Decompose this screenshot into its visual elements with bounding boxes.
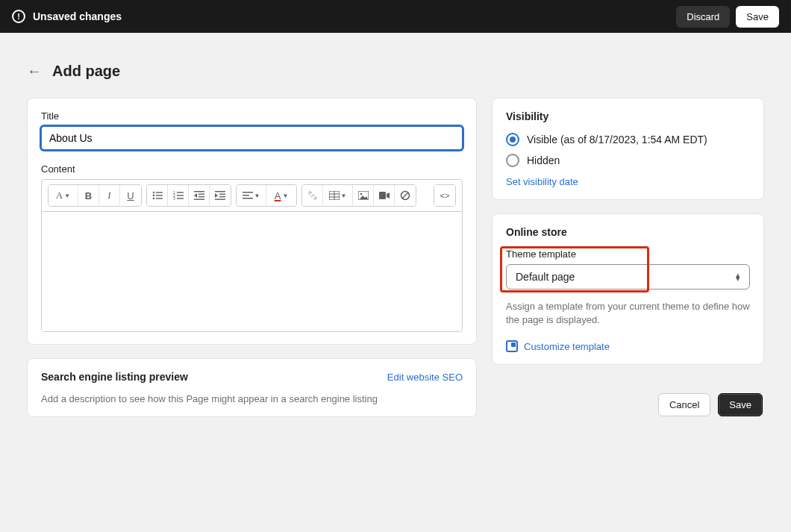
theme-template-select[interactable]: Default page ▴▾ <box>506 264 750 290</box>
cancel-button[interactable]: Cancel <box>658 393 710 416</box>
svg-point-0 <box>152 192 154 193</box>
clear-format-button[interactable] <box>395 185 416 206</box>
svg-rect-14 <box>198 196 204 197</box>
title-input[interactable] <box>41 126 463 150</box>
customize-template-link[interactable]: Customize template <box>506 340 750 352</box>
save-button-bottom[interactable]: Save <box>718 393 763 416</box>
video-button[interactable] <box>374 185 395 206</box>
save-button-top[interactable]: Save <box>736 6 779 28</box>
radio-unselected-icon <box>506 154 519 167</box>
title-field-label: Title <box>41 110 463 122</box>
unsaved-changes-label: Unsaved changes <box>33 10 122 22</box>
svg-rect-19 <box>219 196 225 197</box>
table-button[interactable]: ▼ <box>323 185 353 206</box>
content-field-label: Content <box>41 163 463 175</box>
svg-rect-32 <box>379 192 386 199</box>
footer-actions: Cancel Save <box>492 393 764 416</box>
svg-rect-15 <box>194 199 204 200</box>
outdent-button[interactable] <box>189 185 210 206</box>
svg-marker-33 <box>387 193 390 198</box>
svg-rect-11 <box>177 198 184 198</box>
link-button[interactable] <box>302 185 323 206</box>
svg-rect-13 <box>198 194 204 195</box>
svg-rect-9 <box>177 195 184 195</box>
discard-button[interactable]: Discard <box>676 6 730 28</box>
selected-template-value: Default page <box>516 271 575 283</box>
select-caret-icon: ▴▾ <box>736 273 740 281</box>
editor-toolbar: A▼ B I U 123 <box>42 180 462 212</box>
svg-point-4 <box>152 198 154 199</box>
customize-icon <box>506 340 518 352</box>
image-button[interactable] <box>353 185 374 206</box>
rich-text-editor: A▼ B I U 123 <box>41 179 463 332</box>
edit-website-seo-link[interactable]: Edit website SEO <box>387 372 463 383</box>
svg-marker-31 <box>360 195 368 199</box>
online-store-card: Online store Theme template Default page… <box>492 213 764 365</box>
code-view-button[interactable]: <> <box>434 185 455 206</box>
page-title: Add page <box>52 63 120 80</box>
align-button[interactable]: ▼ <box>237 185 266 206</box>
svg-line-35 <box>402 193 408 198</box>
svg-point-30 <box>360 193 362 195</box>
svg-rect-23 <box>243 195 249 196</box>
set-visibility-date-link[interactable]: Set visibility date <box>506 176 750 187</box>
theme-template-label: Theme template <box>506 248 750 260</box>
svg-rect-7 <box>177 192 184 193</box>
numbered-list-button[interactable]: 123 <box>168 185 189 206</box>
font-family-button[interactable]: A▼ <box>49 185 78 206</box>
content-textarea[interactable] <box>42 212 462 331</box>
svg-rect-22 <box>243 192 253 193</box>
seo-card-title: Search engine listing preview <box>41 371 188 383</box>
template-help-text: Assign a template from your current them… <box>506 300 750 327</box>
svg-marker-21 <box>215 193 218 198</box>
visibility-card: Visibility Visible (as of 8/17/2023, 1:5… <box>492 98 764 200</box>
svg-marker-16 <box>194 193 197 198</box>
seo-preview-card: Search engine listing preview Edit websi… <box>27 358 477 417</box>
underline-button[interactable]: U <box>120 185 141 206</box>
svg-rect-12 <box>194 191 204 192</box>
radio-selected-icon <box>506 133 519 146</box>
back-arrow-icon[interactable]: ← <box>27 63 42 80</box>
bold-button[interactable]: B <box>78 185 99 206</box>
visibility-hidden-radio[interactable]: Hidden <box>506 154 750 167</box>
svg-point-2 <box>152 195 154 196</box>
page-editor-card: Title Content A▼ B I U <box>27 98 477 345</box>
svg-text:3: 3 <box>173 196 175 200</box>
italic-button[interactable]: I <box>99 185 120 206</box>
svg-rect-1 <box>156 192 163 193</box>
seo-description: Add a description to see how this Page m… <box>41 393 463 404</box>
unsaved-changes-bar: ! Unsaved changes Discard Save <box>0 0 791 33</box>
svg-rect-5 <box>156 198 163 198</box>
svg-rect-18 <box>219 194 225 195</box>
svg-rect-17 <box>215 191 225 192</box>
svg-rect-3 <box>156 195 163 195</box>
visibility-card-title: Visibility <box>506 110 750 122</box>
text-color-button[interactable]: A▼ <box>266 185 296 206</box>
svg-rect-20 <box>215 199 225 200</box>
indent-button[interactable] <box>210 185 231 206</box>
warning-icon: ! <box>12 10 25 23</box>
visibility-visible-radio[interactable]: Visible (as of 8/17/2023, 1:54 AM EDT) <box>506 133 750 146</box>
online-store-card-title: Online store <box>506 226 750 238</box>
svg-rect-24 <box>243 198 253 199</box>
bullet-list-button[interactable] <box>147 185 168 206</box>
